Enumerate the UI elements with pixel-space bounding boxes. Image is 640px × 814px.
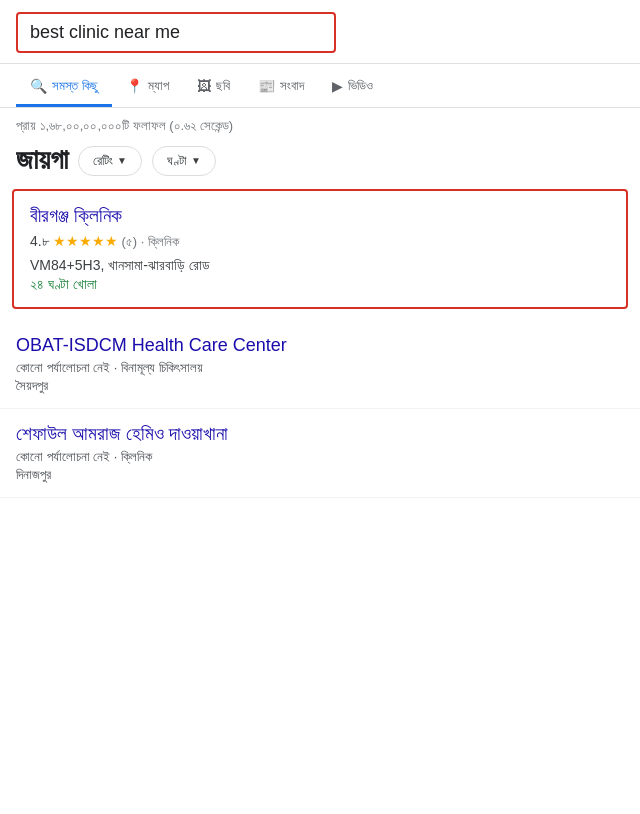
tab-images[interactable]: 🖼 ছবি (183, 68, 244, 107)
listing-3-location: দিনাজপুর (16, 467, 624, 483)
rating-filter-button[interactable]: রেটিং ▼ (78, 146, 142, 176)
search-bar[interactable] (16, 12, 336, 53)
tab-all-label: সমস্ত কিছু (52, 78, 98, 94)
tab-images-label: ছবি (216, 78, 230, 94)
tab-video-label: ভিডিও (348, 78, 373, 94)
tabs-row: 🔍 সমস্ত কিছু 📍 ম্যাপ 🖼 ছবি 📰 সংবাদ ▶ ভিড… (0, 64, 640, 108)
listing-1-stars: ★★★★★ (53, 233, 118, 249)
tab-map[interactable]: 📍 ম্যাপ (112, 68, 183, 107)
listing-1-title[interactable]: বীরগঞ্জ ক্লিনিক (30, 205, 610, 227)
map-icon: 📍 (126, 78, 143, 94)
tab-video[interactable]: ▶ ভিডিও (318, 68, 387, 107)
filters-row: জায়গা রেটিং ▼ ঘণ্টা ▼ (0, 140, 640, 189)
hours-filter-button[interactable]: ঘণ্টা ▼ (152, 146, 216, 176)
news-icon: 📰 (258, 78, 275, 94)
search-bar-container (0, 0, 640, 64)
video-icon: ▶ (332, 78, 343, 94)
listing-1-rating: 4.৮ (30, 233, 49, 249)
hours-filter-label: ঘণ্টা (167, 153, 187, 169)
listing-3-subtitle: কোনো পর্যালোচনা নেই · ক্লিনিক (16, 449, 624, 465)
listing-1-address: VM84+5H3, খানসামা-ঝারবাড়ি রোড (30, 255, 610, 276)
tab-map-label: ম্যাপ (148, 78, 169, 94)
listing-3-title[interactable]: শেফাউল আমরাজ হেমিও দাওয়াখানা (16, 423, 624, 445)
search-input[interactable] (30, 22, 322, 43)
category-label: জায়গা (16, 144, 68, 177)
chevron-down-icon-2: ▼ (191, 155, 201, 166)
search-icon: 🔍 (30, 78, 47, 94)
listing-1-review-count: (৫) · ক্লিনিক (121, 234, 179, 249)
tab-news[interactable]: 📰 সংবাদ (244, 68, 318, 107)
listing-2-location: সৈয়দপুর (16, 378, 624, 394)
chevron-down-icon: ▼ (117, 155, 127, 166)
listing-3[interactable]: শেফাউল আমরাজ হেমিও দাওয়াখানা কোনো পর্যা… (0, 409, 640, 498)
highlighted-listing[interactable]: বীরগঞ্জ ক্লিনিক 4.৮ ★★★★★ (৫) · ক্লিনিক … (12, 189, 628, 309)
listing-2[interactable]: OBAT-ISDCM Health Care Center কোনো পর্যা… (0, 321, 640, 409)
listing-1-meta: 4.৮ ★★★★★ (৫) · ক্লিনিক (30, 231, 610, 252)
listing-1-hours: ২৪ ঘণ্টা খোলা (30, 276, 610, 293)
rating-filter-label: রেটিং (93, 153, 113, 169)
results-count: প্রায় ১,৬৮,০০,০০,০০০টি ফলাফল (০.৬২ সেকে… (0, 108, 640, 140)
tab-news-label: সংবাদ (280, 78, 304, 94)
tab-all[interactable]: 🔍 সমস্ত কিছু (16, 68, 112, 107)
listing-2-subtitle: কোনো পর্যালোচনা নেই · বিনামূল্য চিকিৎসাল… (16, 360, 624, 376)
listing-2-title[interactable]: OBAT-ISDCM Health Care Center (16, 335, 624, 356)
images-icon: 🖼 (197, 78, 211, 94)
